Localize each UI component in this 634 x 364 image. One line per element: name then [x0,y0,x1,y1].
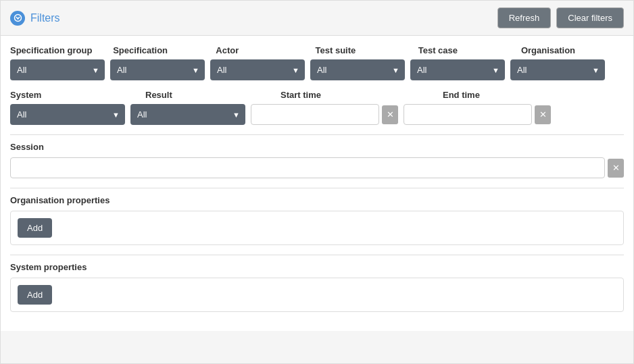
start-time-clear-button[interactable]: ✕ [382,105,398,124]
start-time-wrapper: ✕ [251,104,398,125]
spec-group-wrapper: All ▼ [10,59,105,80]
end-time-input[interactable] [404,104,532,125]
system-select[interactable]: All [10,104,125,125]
organisation-select[interactable]: All [510,59,605,80]
divider-3 [10,255,624,255]
filters-panel: Filters Refresh Clear filters Specificat… [0,0,634,364]
divider-2 [10,188,624,188]
organisation-wrapper: All ▼ [510,59,605,80]
header-left: Filters [10,11,60,26]
result-label: Result [145,90,281,100]
row2-labels: System Result Start time End time [10,90,624,100]
sys-properties-title: System properties [10,262,624,272]
filters-title: Filters [30,12,60,24]
filter-icon [10,11,25,26]
sys-add-button[interactable]: Add [18,285,52,305]
refresh-button[interactable]: Refresh [497,7,552,28]
specification-label: Specification [113,45,216,55]
system-label: System [10,90,145,100]
org-properties-section: Organisation properties Add [10,195,624,245]
actor-wrapper: All ▼ [210,59,305,80]
result-select[interactable]: All [130,104,245,125]
row1-dropdowns: All ▼ All ▼ All ▼ All ▼ [10,59,624,80]
spec-group-label: Specification group [10,45,113,55]
session-input[interactable] [10,157,605,178]
header: Filters Refresh Clear filters [1,1,633,36]
divider-1 [10,134,624,135]
row1-labels: Specification group Specification Actor … [10,45,624,55]
result-wrapper: All ▼ [130,104,245,125]
session-title: Session [10,142,624,152]
actor-select[interactable]: All [210,59,305,80]
session-input-wrapper: ✕ [10,157,624,178]
session-section: Session ✕ [10,142,624,178]
specification-wrapper: All ▼ [110,59,205,80]
test-suite-select[interactable]: All [310,59,405,80]
org-add-button[interactable]: Add [18,218,52,238]
end-time-clear-button[interactable]: ✕ [535,105,551,124]
svg-point-0 [14,15,21,22]
test-case-label: Test case [418,45,521,55]
clear-filters-button[interactable]: Clear filters [556,7,624,28]
organisation-label: Organisation [521,45,624,55]
org-properties-area: Add [10,211,624,245]
actor-label: Actor [216,45,315,55]
test-suite-label: Test suite [316,45,418,55]
sys-properties-section: System properties Add [10,262,624,312]
end-time-label: End time [443,90,605,100]
end-time-wrapper: ✕ [404,104,551,125]
org-properties-title: Organisation properties [10,195,624,205]
start-time-label: Start time [281,90,443,100]
test-case-wrapper: All ▼ [410,59,505,80]
content: Specification group Specification Actor … [1,36,633,331]
session-clear-button[interactable]: ✕ [608,159,624,178]
header-buttons: Refresh Clear filters [497,7,624,28]
spec-group-select[interactable]: All [10,59,105,80]
test-suite-wrapper: All ▼ [310,59,405,80]
start-time-input[interactable] [251,104,379,125]
row2-inputs: All ▼ All ▼ ✕ ✕ [10,104,624,125]
specification-select[interactable]: All [110,59,205,80]
sys-properties-area: Add [10,278,624,312]
system-wrapper: All ▼ [10,104,125,125]
test-case-select[interactable]: All [410,59,505,80]
